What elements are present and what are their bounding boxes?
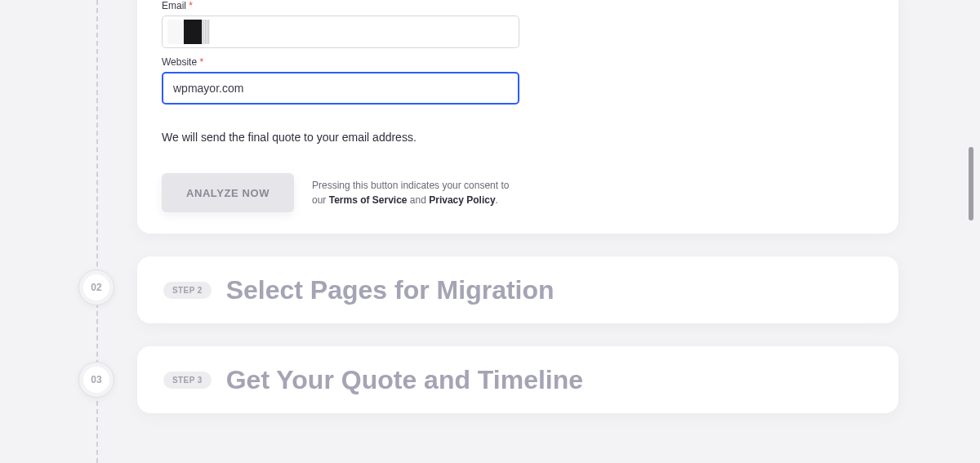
step-marker-02: 02 [78,269,114,305]
email-field[interactable] [162,16,519,48]
privacy-policy-link[interactable]: Privacy Policy [429,194,495,206]
step-3-badge: STEP 3 [163,372,212,389]
step-3-title: Get Your Quote and Timeline [226,365,583,395]
consent-suffix: . [496,194,498,206]
scrollbar-thumb[interactable] [969,147,973,220]
step-marker-number: 02 [83,274,109,301]
step-marker-03: 03 [78,362,114,398]
action-row: ANALYZE NOW Pressing this button indicat… [162,173,874,212]
consent-middle: and [408,194,430,206]
required-asterisk: * [189,0,193,11]
step-marker-number: 03 [83,367,109,393]
form-card: Email * Website * We will send the final… [137,0,898,234]
email-label: Email * [162,0,874,11]
website-input[interactable] [162,72,519,105]
analyze-button[interactable]: ANALYZE NOW [162,173,294,212]
step-3-card[interactable]: STEP 3 Get Your Quote and Timeline [137,346,898,413]
consent-text: Pressing this button indicates your cons… [312,178,524,207]
required-asterisk: * [199,56,203,68]
email-label-text: Email [162,0,186,11]
step-2-card[interactable]: STEP 2 Select Pages for Migration [137,256,898,323]
helper-text: We will send the final quote to your ema… [162,131,874,144]
website-label-text: Website [162,56,197,68]
website-label: Website * [162,56,874,68]
step-2-title: Select Pages for Migration [226,275,555,305]
email-redaction-graphic [167,20,210,44]
step-2-badge: STEP 2 [163,282,212,299]
terms-of-service-link[interactable]: Terms of Service [329,194,408,206]
